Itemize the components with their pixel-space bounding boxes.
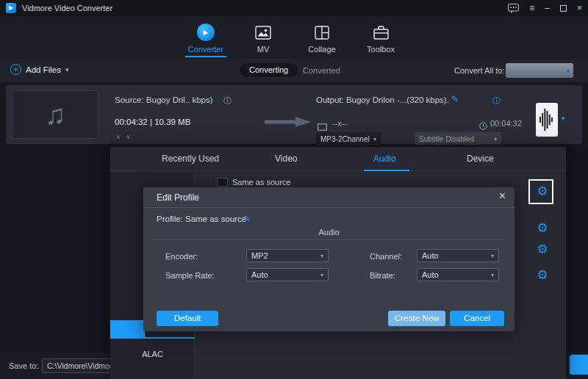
profile-panel-tabs: Recently Used Video Audio Device [110, 147, 566, 171]
maximize-box [560, 5, 567, 12]
format-dropdown-value: MP3-2Channel [320, 135, 370, 143]
app-logo-icon: ▶ [6, 3, 16, 13]
source-to-output-arrow-icon [265, 116, 312, 131]
convert-all-dropdown[interactable]: ▾ [506, 63, 573, 78]
save-to-label: Save to: [9, 361, 38, 370]
maximize-icon[interactable] [560, 5, 567, 12]
tab-mv[interactable]: MV [234, 22, 293, 54]
output-edit-pencil-icon[interactable]: ✎ [451, 94, 459, 104]
output-info-icon[interactable]: ⓘ [492, 95, 501, 107]
app-window: ▶ Vidmore Video Converter ≡ – × ▶ Conver… [0, 0, 588, 379]
cancel-button[interactable]: Cancel [450, 311, 504, 326]
close-icon[interactable]: × [577, 4, 582, 12]
sidebar-selected-item[interactable] [110, 320, 145, 338]
chevron-down-icon: ▾ [320, 272, 323, 278]
move-down-icon[interactable]: ∨ [126, 134, 131, 140]
tab-converter[interactable]: ▶ Converter [176, 22, 235, 54]
channel-value: Auto [422, 251, 439, 260]
tab-converting[interactable]: Converting [240, 63, 298, 77]
panel-tab-audio[interactable]: Audio [373, 154, 396, 164]
resolution-value: --x-- [332, 119, 347, 128]
app-title: Vidmore Video Converter [22, 4, 112, 12]
minimize-icon[interactable]: – [545, 4, 550, 12]
output-label: Output: Bugoy Drilon -...(320 kbps). [316, 95, 449, 104]
source-info-icon[interactable]: ⓘ [223, 95, 232, 107]
plus-icon: + [10, 64, 21, 75]
tab-toolbox[interactable]: Toolbox [351, 22, 410, 54]
converter-icon: ▶ [176, 22, 235, 43]
toolbox-icon [351, 22, 410, 43]
encoder-label: Encoder: [165, 252, 198, 261]
default-button[interactable]: Default [157, 311, 218, 326]
add-files-label: Add Files [26, 65, 61, 74]
chevron-down-icon: ▾ [320, 253, 323, 259]
encoder-dropdown[interactable]: MP2 ▾ [246, 249, 329, 262]
sample-rate-value: Auto [251, 270, 268, 279]
dialog-profile-line: Profile: Same as source [157, 214, 246, 223]
panel-tab-device[interactable]: Device [467, 154, 494, 164]
bitrate-value: Auto [422, 270, 439, 279]
chevron-down-icon: ▾ [373, 136, 376, 142]
channel-label: Channel: [370, 252, 402, 261]
music-note-icon: ♫ [45, 99, 66, 131]
mv-icon [234, 22, 293, 43]
sidebar-selected-underline [110, 337, 195, 339]
source-duration-size: 00:04:32 | 10.39 MB [115, 118, 190, 126]
feedback-icon[interactable] [508, 4, 519, 13]
active-tab-underline [185, 56, 226, 57]
subtitle-dropdown[interactable]: Subtitle Disabled ▾ [415, 132, 501, 145]
format-dropdown[interactable]: MP3-2Channel ▾ [316, 132, 381, 145]
profile-settings-gear-icon[interactable]: ⚙ [528, 185, 557, 198]
dialog-title: Edit Profile [157, 192, 199, 203]
chevron-down-icon: ▾ [491, 272, 494, 278]
bitrate-label: Bitrate: [370, 271, 395, 280]
tab-toolbox-label: Toolbox [351, 45, 410, 54]
sidebar-item-alac[interactable]: ALAC [110, 350, 195, 358]
profile-settings-gear-icon[interactable]: ⚙ [528, 243, 557, 256]
dialog-close-icon[interactable]: × [499, 190, 506, 203]
channel-dropdown[interactable]: Auto ▾ [417, 249, 499, 262]
output-duration: 00:04:32 [490, 119, 522, 128]
same-as-source-thumb-icon [217, 178, 228, 187]
file-thumbnail: ♫ [12, 90, 98, 139]
titlebar: ▶ Vidmore Video Converter ≡ – × [0, 0, 588, 16]
tab-collage[interactable]: Collage [293, 22, 351, 54]
edit-profile-dialog: Edit Profile × Profile: Same as source ✎… [143, 187, 514, 331]
file-row: ♫ Source: Bugoy Dril.. kbps) ⓘ 00:04:32 … [6, 85, 582, 144]
convert-all-button[interactable] [570, 355, 588, 375]
output-format-button[interactable] [536, 103, 558, 137]
create-new-button[interactable]: Create New [388, 311, 445, 326]
tab-converted[interactable]: Converted [303, 66, 340, 75]
panel-active-tab-underline [364, 170, 409, 171]
profile-settings-gear-icon[interactable]: ⚙ [528, 269, 557, 281]
toolbar: + Add Files ▾ Converting Converted Conve… [0, 59, 588, 82]
profile-name-edit-pencil-icon[interactable]: ✎ [243, 214, 251, 224]
move-up-icon[interactable]: ∧ [116, 134, 121, 140]
sample-rate-label: Sample Rate: [165, 271, 215, 280]
collage-icon [293, 22, 351, 43]
chevron-down-icon: ▾ [494, 136, 497, 142]
panel-tab-recently-used[interactable]: Recently Used [162, 154, 219, 164]
panel-tab-video[interactable]: Video [275, 154, 297, 164]
tab-mv-label: MV [234, 45, 293, 54]
chevron-down-icon: ▾ [566, 67, 570, 75]
waveform-icon [539, 107, 554, 132]
dialog-header: Edit Profile × [143, 187, 514, 208]
same-as-source-label[interactable]: Same as source [232, 178, 290, 187]
convert-all-to-label: Convert All to: [454, 66, 504, 75]
format-button-caret-icon[interactable]: ▾ [562, 115, 565, 122]
tab-converter-label: Converter [176, 45, 235, 54]
chevron-down-icon: ▾ [491, 253, 494, 259]
dialog-section-title: Audio [143, 228, 514, 237]
sample-rate-dropdown[interactable]: Auto ▾ [246, 268, 329, 281]
main-nav: ▶ Converter MV Collage Toolbox [0, 16, 588, 59]
reorder-controls: ∧ ∨ [116, 134, 131, 140]
menu-icon[interactable]: ≡ [529, 4, 534, 12]
profile-settings-gear-icon[interactable]: ⚙ [528, 222, 557, 234]
source-label: Source: Bugoy Dril.. kbps) [115, 95, 213, 104]
window-controls: ≡ – × [508, 4, 582, 13]
bitrate-dropdown[interactable]: Auto ▾ [417, 268, 499, 281]
tab-collage-label: Collage [293, 45, 351, 54]
clock-icon [479, 120, 487, 133]
add-files-button[interactable]: + Add Files ▾ [10, 64, 68, 75]
